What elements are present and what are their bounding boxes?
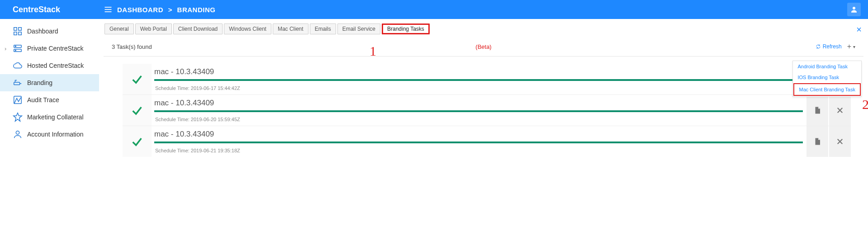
sidebar-item-branding[interactable]: Branding [0, 74, 99, 91]
task-title: mac - 10.3.43409 [154, 99, 803, 110]
refresh-icon [816, 44, 821, 49]
account-icon [13, 129, 23, 139]
task-schedule-time: Schedule Time: 2019-06-17 15:44:42Z [154, 81, 848, 93]
tab-client-download[interactable]: Client Download [173, 24, 223, 34]
tab-windows-client[interactable]: Windows Client [224, 24, 271, 34]
main-content: General Web Portal Client Download Windo… [99, 19, 868, 250]
annotation-2: 2 [862, 97, 868, 112]
file-icon [813, 106, 821, 114]
tab-email-service[interactable]: Email Service [337, 24, 380, 34]
svg-rect-5 [19, 28, 21, 30]
sidebar-item-label: Account Information [27, 131, 84, 138]
sidebar-item-label: Hosted CentreStack [27, 62, 84, 69]
tab-branding-tasks[interactable]: Branding Tasks [382, 24, 430, 34]
task-delete-button[interactable] [828, 126, 851, 157]
dashboard-icon [13, 26, 23, 36]
breadcrumb-a[interactable]: DASHBOARD [117, 6, 163, 14]
task-status-success-icon [123, 126, 152, 157]
cloud-icon [13, 61, 23, 71]
brand-title: CentreStack [0, 5, 99, 14]
tab-emails[interactable]: Emails [310, 24, 336, 34]
audit-icon [13, 95, 23, 105]
svg-rect-12 [14, 82, 20, 85]
file-icon [813, 137, 821, 146]
tab-bar: General Web Portal Client Download Windo… [101, 24, 866, 34]
svg-rect-7 [19, 32, 21, 35]
svg-point-3 [853, 7, 855, 9]
top-bar: CentreStack DASHBOARD > BRANDING [0, 0, 868, 19]
sidebar-item-label: Audit Trace [27, 96, 59, 104]
svg-marker-14 [14, 113, 22, 121]
marketing-icon [13, 112, 23, 122]
sidebar-item-label: Private CentreStack [27, 45, 84, 52]
sidebar-item-hosted-centrestack[interactable]: Hosted CentreStack [0, 57, 99, 74]
task-schedule-time: Schedule Time: 2019-06-20 15:59:45Z [154, 112, 803, 124]
add-task-dropdown-toggle[interactable]: + ▾ [847, 42, 855, 51]
tasks-found-label: 3 Task(s) found [112, 43, 152, 50]
dropdown-item-mac-client[interactable]: Mac Client Branding Task [794, 84, 860, 95]
refresh-label: Refresh [823, 43, 842, 50]
svg-rect-6 [14, 32, 17, 35]
tab-mac-client[interactable]: Mac Client [273, 24, 308, 34]
sidebar-item-account-information[interactable]: Account Information [0, 126, 99, 143]
sidebar: Dashboard Private CentreStack Hosted Cen… [0, 19, 99, 250]
breadcrumb: DASHBOARD > BRANDING [117, 6, 215, 14]
sidebar-item-label: Marketing Collateral [27, 113, 84, 121]
breadcrumb-sep: > [166, 6, 175, 14]
plus-icon: + [847, 42, 851, 51]
svg-point-15 [16, 131, 19, 134]
task-download-button[interactable] [806, 126, 828, 157]
caret-down-icon: ▾ [853, 44, 855, 49]
user-menu-icon[interactable] [847, 3, 861, 16]
sidebar-item-private-centrestack[interactable]: Private CentreStack [0, 40, 99, 57]
close-icon [836, 106, 844, 114]
task-download-button[interactable] [806, 95, 828, 126]
close-icon[interactable]: × [856, 24, 862, 35]
svg-point-11 [15, 50, 16, 51]
task-row: mac - 10.3.43409 Schedule Time: 2019-06-… [123, 64, 851, 94]
task-row: mac - 10.3.43409 Schedule Time: 2019-06-… [123, 126, 851, 157]
sidebar-item-dashboard[interactable]: Dashboard [0, 23, 99, 40]
task-list: mac - 10.3.43409 Schedule Time: 2019-06-… [123, 64, 851, 157]
sidebar-item-label: Branding [27, 79, 52, 86]
breadcrumb-b[interactable]: BRANDING [177, 6, 216, 14]
tab-general[interactable]: General [104, 24, 134, 34]
close-icon [836, 137, 844, 146]
menu-toggle-icon[interactable] [99, 5, 117, 14]
sidebar-item-audit-trace[interactable]: Audit Trace [0, 91, 99, 108]
task-row: mac - 10.3.43409 Schedule Time: 2019-06-… [123, 94, 851, 126]
task-title: mac - 10.3.43409 [154, 130, 803, 142]
task-status-success-icon [123, 64, 152, 94]
sidebar-item-marketing-collateral[interactable]: Marketing Collateral [0, 108, 99, 126]
beta-label: (Beta) [475, 43, 491, 50]
add-task-dropdown: Android Branding Task IOS Branding Task … [792, 61, 862, 97]
svg-rect-4 [14, 28, 17, 30]
refresh-button[interactable]: Refresh [816, 43, 842, 50]
task-schedule-time: Schedule Time: 2019-06-21 19:35:18Z [154, 143, 803, 155]
dropdown-item-android[interactable]: Android Branding Task [793, 61, 861, 72]
status-bar: 3 Task(s) found (Beta) Refresh + ▾ Andro… [104, 34, 863, 57]
task-status-success-icon [123, 95, 152, 126]
task-title: mac - 10.3.43409 [154, 67, 848, 79]
task-delete-button[interactable] [828, 95, 851, 126]
server-icon [13, 43, 23, 53]
sidebar-item-label: Dashboard [27, 28, 58, 35]
dropdown-item-ios[interactable]: IOS Branding Task [793, 72, 861, 83]
svg-point-10 [15, 46, 16, 47]
tab-web-portal[interactable]: Web Portal [135, 24, 172, 34]
branding-icon [13, 78, 23, 88]
